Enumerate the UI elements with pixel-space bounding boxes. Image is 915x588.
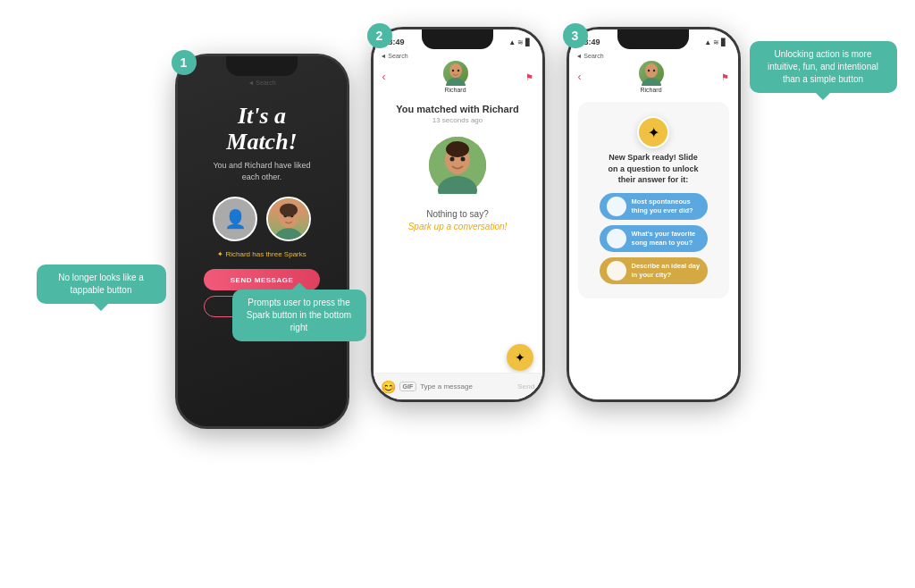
chat-avatar-3-small [639,61,664,86]
spark-question-3[interactable]: Describe an ideal day in your city? [600,257,708,284]
nav-back-3: ◄ Search [576,53,604,59]
svg-point-4 [280,204,298,217]
status-icons-3: ▲ ≋ ▊ [704,38,726,46]
back-arrow-icon[interactable]: ‹ [382,71,386,83]
step-badge-3: 3 [563,23,588,48]
chat-header: ‹ Richard ⚑ [374,61,542,97]
back-arrow-3-icon[interactable]: ‹ [578,71,582,83]
svg-point-14 [446,141,469,157]
avatars-row: 👤 [213,197,311,241]
step-badge-2: 2 [367,23,392,48]
status-bar-1: 13:49 ▲ ≋ ▊ [230,56,294,78]
screen2-relative: Nothing to say? Spark up a conversation!… [374,199,542,399]
callout-1: No longer looks like a tappable button [37,265,166,304]
match-subtitle: You and Richard have likedeach other. [213,160,310,182]
q-text-1: Most spontaneous thing you ever did? [632,197,701,215]
screen2: 13:49 ▲ ≋ ▊ ◄ Search ‹ [374,29,542,399]
status-icons-2: ▲ ≋ ▊ [508,38,531,46]
nav-1: ◄ Search [240,78,282,88]
chat-user-info: Richard [443,61,468,93]
spark-card: ✦ New Spark ready! Slide on a question t… [578,102,729,298]
q-avatar-2 [607,229,626,248]
step-badge-1: 1 [172,50,197,75]
spark-btn[interactable]: ✦ [507,344,533,371]
sparks-label: ✦ Richard has three Sparks [217,250,306,258]
status-icons-1: ▲ ≋ ▊ [261,65,283,73]
svg-point-6 [446,78,466,86]
svg-point-15 [645,63,658,78]
spark-questions: Most spontaneous thing you ever did? Wha… [587,186,720,291]
phone-3: 13:49 ▲ ≋ ▊ ◄ Search ‹ [567,27,741,402]
q-avatar-1 [607,197,626,216]
spark-link: Spark up a conversation! [408,222,508,231]
svg-point-1 [273,229,303,240]
spark-question-1[interactable]: Most spontaneous thing you ever did? [600,193,708,220]
message-input[interactable] [420,382,514,391]
status-bar-3: 13:49 ▲ ≋ ▊ [569,29,738,51]
chat-user-info-3: Richard [639,61,664,93]
svg-point-17 [647,70,649,71]
svg-point-7 [451,70,453,71]
chat-avatar-large [429,137,486,194]
phone-2: 13:49 ▲ ≋ ▊ ◄ Search ‹ [371,27,545,402]
richard-avatar [266,197,311,241]
screen1: 13:49 ▲ ≋ ▊ ◄ Search It's a Match! You a… [178,56,347,426]
svg-point-8 [457,70,458,71]
chat-avatar-small [443,61,468,86]
q-text-3: Describe an ideal day in your city? [632,262,701,280]
q-text-2: What's your favorite song mean to you? [632,230,701,248]
chat-username: Richard [444,87,466,93]
svg-point-16 [642,78,661,86]
q-avatar-3 [607,261,626,281]
chat-input-bar: 😊 GIF Send [374,373,542,399]
scene: 1 13:49 ▲ ≋ ▊ ◄ Search It's a Match! Y [0,0,915,588]
nav-back-2: ◄ Search [381,53,408,59]
svg-point-13 [461,157,466,162]
svg-point-12 [450,157,455,162]
spark-ready-text: New Spark ready! Slide on a question to … [587,152,720,186]
phone-1: 13:49 ▲ ≋ ▊ ◄ Search It's a Match! You a… [175,54,349,429]
empty-chat-text: Nothing to say? Spark up a conversation! [374,199,542,242]
nav-2: ◄ Search [374,51,542,61]
richard-face [268,198,309,239]
phone-wrapper-2: 2 13:49 ▲ ≋ ▊ ◄ Search ‹ [371,27,545,402]
matched-with-text: You matched with Richard [388,104,528,114]
send-btn[interactable]: Send [517,382,535,391]
chat-header-3: ‹ Richard ⚑ [569,61,738,97]
emoji-btn[interactable]: 😊 [381,380,396,394]
flag-icon-3[interactable]: ⚑ [721,72,729,82]
svg-point-18 [652,70,654,71]
user-avatar-icon: 👤 [214,198,256,239]
match-title: It's a Match! [226,104,297,155]
spark-question-2[interactable]: What's your favorite song mean to you? [600,225,708,252]
user-avatar: 👤 [213,197,257,241]
callout-3: Unlocking action is more intuitive, fun,… [750,41,897,93]
chat-username-3: Richard [640,87,661,93]
nav-3: ◄ Search [569,51,738,61]
phone-wrapper-3: 3 13:49 ▲ ≋ ▊ ◄ Search ‹ [567,27,741,402]
matched-time: 13 seconds ago [388,116,528,124]
gif-btn[interactable]: GIF [399,382,417,391]
status-time-1: 13:49 [240,64,261,73]
screen3: 13:49 ▲ ≋ ▊ ◄ Search ‹ [569,29,738,399]
status-bar-2: 13:49 ▲ ≋ ▊ [374,29,542,51]
phone-wrapper-1: 1 13:49 ▲ ≋ ▊ ◄ Search It's a Match! Y [175,54,349,429]
spark-unlock-icon: ✦ [637,116,669,148]
match-banner: You matched with Richard 13 seconds ago [374,97,542,131]
callout-2: Prompts user to press the Spark button i… [232,290,366,341]
nav-search-1: ◄ Search [248,80,275,86]
flag-icon[interactable]: ⚑ [525,72,533,82]
